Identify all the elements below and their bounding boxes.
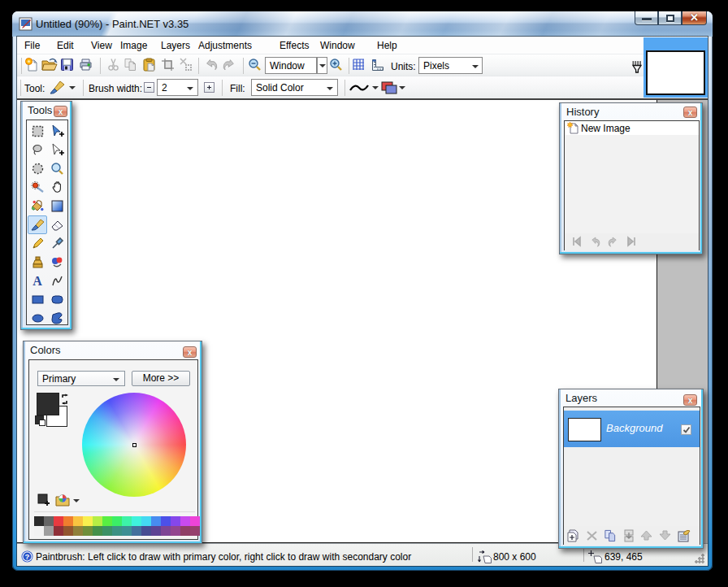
svg-text:?: ? [25,552,30,561]
